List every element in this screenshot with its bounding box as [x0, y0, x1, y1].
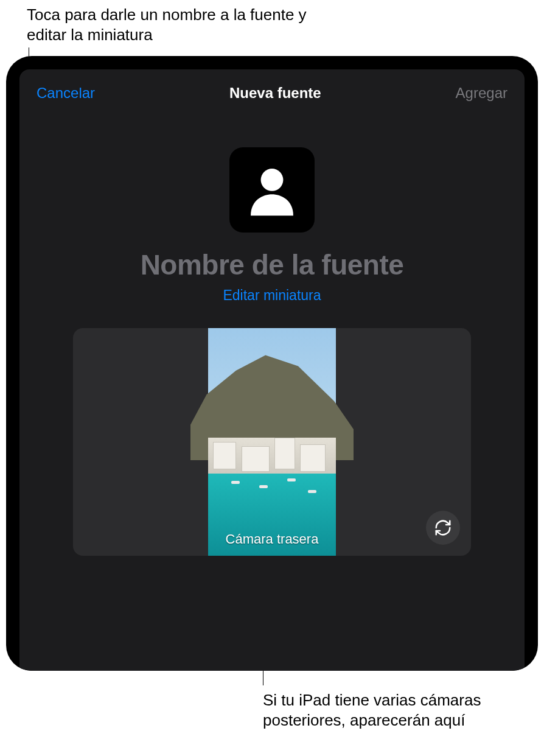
source-thumbnail[interactable]: [229, 147, 315, 233]
camera-label: Cámara trasera: [226, 531, 319, 547]
modal-title: Nueva fuente: [229, 85, 321, 102]
person-placeholder-icon: [244, 162, 300, 218]
cancel-button[interactable]: Cancelar: [37, 85, 95, 102]
callout-bottom-text: Si tu iPad tiene varias cámaras posterio…: [263, 690, 518, 730]
edit-thumbnail-button[interactable]: Editar miniatura: [19, 287, 525, 304]
flip-camera-button[interactable]: [426, 511, 460, 545]
camera-preview-image: [208, 328, 336, 556]
camera-flip-icon: [434, 519, 452, 537]
add-button[interactable]: Agregar: [456, 85, 507, 102]
source-name-field[interactable]: Nombre de la fuente: [19, 248, 525, 281]
callout-top-text: Toca para darle un nombre a la fuente y …: [27, 5, 319, 44]
device-frame: Cancelar Nueva fuente Agregar Nombre de …: [6, 56, 538, 671]
new-source-modal: Cancelar Nueva fuente Agregar Nombre de …: [19, 69, 525, 671]
camera-preview: Cámara trasera: [73, 328, 471, 556]
modal-header: Cancelar Nueva fuente Agregar: [19, 69, 525, 105]
svg-point-0: [261, 169, 284, 191]
